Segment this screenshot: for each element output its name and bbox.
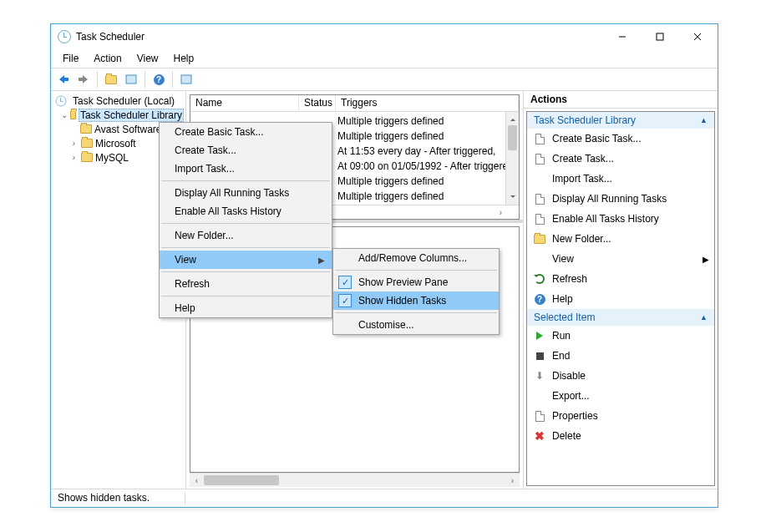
tree-library[interactable]: ⌄ Task Scheduler Library bbox=[53, 108, 184, 122]
ctx-show-preview-pane[interactable]: ✓Show Preview Pane bbox=[333, 273, 499, 291]
view-submenu: Add/Remove Columns... ✓Show Preview Pane… bbox=[332, 248, 500, 335]
minimize-button[interactable] bbox=[603, 25, 641, 48]
titlebar: Task Scheduler bbox=[51, 24, 718, 49]
clock-icon bbox=[58, 30, 71, 43]
toolbar-separator bbox=[97, 71, 98, 88]
properties-icon bbox=[535, 411, 545, 422]
caret-up-icon: ▲ bbox=[700, 116, 708, 124]
menu-separator bbox=[335, 312, 497, 313]
menubar: File Action View Help bbox=[51, 49, 718, 68]
help-icon: ? bbox=[154, 74, 165, 85]
scroll-left-icon[interactable]: ‹ bbox=[190, 476, 204, 485]
folder-icon bbox=[70, 110, 76, 119]
refresh-icon bbox=[535, 274, 545, 284]
action-help[interactable]: ?Help bbox=[527, 289, 714, 309]
statusbar: Shows hidden tasks. bbox=[51, 489, 718, 507]
action-new-folder[interactable]: New Folder... bbox=[527, 229, 714, 249]
check-icon: ✓ bbox=[338, 294, 352, 307]
help-button[interactable]: ? bbox=[150, 70, 168, 89]
actions-body: Task Scheduler Library▲ Create Basic Tas… bbox=[526, 111, 715, 486]
col-status[interactable]: Status bbox=[299, 95, 336, 111]
expand-icon[interactable]: › bbox=[69, 139, 79, 148]
scroll-track[interactable] bbox=[204, 474, 505, 487]
up-button[interactable] bbox=[102, 70, 120, 89]
svg-rect-8 bbox=[126, 75, 136, 84]
action-refresh[interactable]: Refresh bbox=[527, 269, 714, 289]
document-icon bbox=[535, 134, 545, 144]
ctx-customise[interactable]: Customise... bbox=[333, 316, 499, 334]
toolbar-separator bbox=[172, 71, 173, 88]
scroll-right-icon[interactable]: › bbox=[505, 476, 520, 485]
action-delete[interactable]: ✖Delete bbox=[527, 426, 714, 446]
ctx-view[interactable]: View▶ bbox=[160, 251, 332, 269]
caret-up-icon: ▲ bbox=[700, 313, 708, 322]
expand-icon[interactable]: › bbox=[69, 153, 79, 162]
folder-icon bbox=[80, 124, 92, 134]
grid-row[interactable]: At 11:53 every day - After triggered, bbox=[337, 144, 495, 159]
menu-separator bbox=[161, 247, 330, 248]
clock-icon bbox=[56, 95, 67, 106]
grid-row[interactable]: Multiple triggers defined bbox=[337, 189, 444, 204]
status-text: Shows hidden tasks. bbox=[58, 492, 150, 504]
delete-icon: ✖ bbox=[532, 429, 547, 443]
action-export[interactable]: Export... bbox=[527, 386, 714, 406]
ctx-import-task[interactable]: Import Task... bbox=[160, 160, 332, 178]
play-icon bbox=[536, 332, 543, 340]
menu-action[interactable]: Action bbox=[87, 51, 128, 66]
action-import-task[interactable]: Import Task... bbox=[527, 169, 714, 189]
col-triggers[interactable]: Triggers bbox=[336, 95, 519, 111]
collapse-icon[interactable]: ⌄ bbox=[61, 110, 68, 119]
grid-row[interactable]: Multiple triggers defined bbox=[337, 174, 444, 189]
ctx-show-hidden-tasks[interactable]: ✓Show Hidden Tasks bbox=[333, 291, 499, 310]
folder-icon bbox=[81, 153, 93, 162]
properties-button[interactable] bbox=[122, 70, 140, 89]
grid-row[interactable]: Multiple triggers defined bbox=[337, 129, 444, 144]
maximize-button[interactable] bbox=[641, 25, 678, 48]
action-display-running-tasks[interactable]: Display All Running Tasks bbox=[527, 189, 714, 209]
ctx-add-remove-columns[interactable]: Add/Remove Columns... bbox=[333, 249, 499, 267]
forward-button[interactable] bbox=[74, 70, 93, 89]
window-title: Task Scheduler bbox=[76, 31, 145, 43]
ctx-create-task[interactable]: Create Task... bbox=[160, 141, 332, 160]
vertical-scrollbar[interactable] bbox=[505, 112, 519, 205]
chevron-right-icon: ▶ bbox=[318, 256, 325, 265]
menu-help[interactable]: Help bbox=[167, 51, 201, 66]
folder-icon bbox=[534, 235, 545, 244]
menu-file[interactable]: File bbox=[56, 51, 85, 66]
scroll-thumb[interactable] bbox=[508, 125, 517, 150]
selected-item-section-header[interactable]: Selected Item▲ bbox=[527, 309, 714, 326]
close-button[interactable] bbox=[678, 25, 716, 48]
action-view[interactable]: View▶ bbox=[527, 249, 714, 269]
action-create-task[interactable]: Create Task... bbox=[527, 149, 714, 169]
action-enable-history[interactable]: Enable All Tasks History bbox=[527, 209, 714, 229]
view-button[interactable] bbox=[177, 70, 195, 89]
window-controls bbox=[603, 25, 716, 48]
horizontal-scrollbar[interactable]: ‹ › bbox=[190, 473, 520, 487]
ctx-create-basic-task[interactable]: Create Basic Task... bbox=[160, 123, 332, 141]
action-create-basic-task[interactable]: Create Basic Task... bbox=[527, 129, 714, 149]
action-disable[interactable]: ⬇Disable bbox=[527, 366, 714, 386]
grid-row[interactable]: Multiple triggers defined bbox=[337, 114, 444, 129]
tree-root[interactable]: Task Scheduler (Local) bbox=[53, 94, 184, 108]
grid-row[interactable]: At 09:00 on 01/05/1992 - After triggered bbox=[337, 159, 514, 174]
menu-separator bbox=[161, 223, 330, 224]
actions-section-header[interactable]: Task Scheduler Library▲ bbox=[527, 112, 714, 129]
stop-icon bbox=[536, 352, 544, 360]
col-name[interactable]: Name bbox=[190, 95, 299, 111]
back-button[interactable] bbox=[54, 70, 73, 89]
action-properties[interactable]: Properties bbox=[527, 406, 714, 426]
menu-separator bbox=[161, 271, 330, 272]
ctx-new-folder[interactable]: New Folder... bbox=[160, 226, 332, 245]
folder-icon bbox=[81, 139, 93, 148]
ctx-display-running[interactable]: Display All Running Tasks bbox=[160, 184, 332, 202]
check-icon: ✓ bbox=[338, 276, 352, 289]
ctx-enable-history[interactable]: Enable All Tasks History bbox=[160, 202, 332, 220]
menu-view[interactable]: View bbox=[130, 51, 165, 66]
ctx-help[interactable]: Help bbox=[160, 299, 332, 317]
document-icon bbox=[535, 154, 545, 165]
scroll-thumb[interactable] bbox=[204, 475, 279, 485]
chevron-right-icon[interactable]: › bbox=[500, 208, 502, 217]
action-end[interactable]: End bbox=[527, 346, 714, 366]
ctx-refresh[interactable]: Refresh bbox=[160, 275, 332, 293]
action-run[interactable]: Run bbox=[527, 326, 714, 346]
